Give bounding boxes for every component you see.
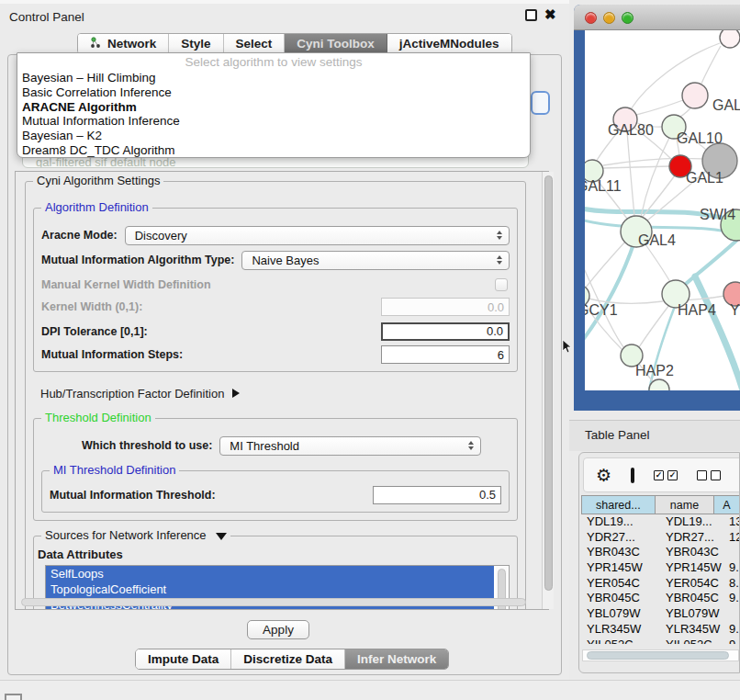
dropdown-item-mutual-information[interactable]: Mutual Information Inference bbox=[17, 114, 530, 129]
node-label: HAP2 bbox=[635, 363, 674, 378]
desktop-bottom-strip bbox=[0, 680, 740, 700]
mi-type-combobox[interactable]: Naive Bayes bbox=[241, 251, 510, 270]
tab-jactivemnodules[interactable]: jActiveMNodules bbox=[387, 34, 511, 53]
table-row[interactable]: YIL052CYIL052C9 bbox=[581, 638, 740, 645]
dropdown-item-bayesian-k2[interactable]: Bayesian – K2 bbox=[17, 129, 530, 143]
dropdown-item-dream8[interactable]: Dream8 DC_TDC Algorithm bbox=[17, 143, 530, 158]
dpi-tolerance-field[interactable]: 0.0 bbox=[381, 322, 510, 341]
mi-threshold-field[interactable]: 0.5 bbox=[373, 486, 501, 504]
mi-steps-label: Mutual Information Steps: bbox=[41, 348, 183, 361]
kernel-width-field[interactable]: 0.0 bbox=[381, 298, 510, 316]
dropdown-item-aracne[interactable]: ARACNE Algorithm bbox=[17, 100, 530, 115]
settings-horizontal-scrollbar[interactable] bbox=[17, 597, 531, 608]
column-header-shared[interactable]: shared... bbox=[581, 495, 656, 514]
table-row[interactable]: YLR345WYLR345W9. bbox=[581, 622, 740, 638]
node-table: shared... name A YDL19...YDL19...13 YDR2… bbox=[581, 495, 740, 644]
mac-close-icon[interactable] bbox=[585, 12, 597, 24]
tab-label: Discretize Data bbox=[243, 652, 332, 666]
tab-label: Network bbox=[107, 37, 156, 51]
edge bbox=[639, 305, 669, 347]
dropdown-item-bayesian-hill-climbing[interactable]: Bayesian – Hill Climbing bbox=[17, 71, 530, 85]
split-columns-icon[interactable] bbox=[631, 468, 634, 483]
settings-vertical-scrollbar[interactable] bbox=[542, 172, 554, 609]
cell: 13 bbox=[723, 514, 740, 530]
node-label: GAL4 bbox=[638, 232, 676, 248]
tab-infer-network[interactable]: Infer Network bbox=[345, 649, 448, 669]
close-window-icon[interactable]: ✖ bbox=[544, 6, 556, 23]
node-label: GAL bbox=[712, 97, 740, 113]
cell: 9. bbox=[723, 622, 740, 638]
mac-zoom-icon[interactable] bbox=[622, 12, 633, 24]
tab-label: Impute Data bbox=[148, 652, 219, 666]
table-header-row: shared... name A bbox=[581, 495, 740, 514]
control-panel-window: Control Panel ✖ Network Style Select Cyn… bbox=[0, 0, 569, 700]
node-label: Y bbox=[730, 302, 740, 318]
settings-scroll-viewport: Cyni Algorithm Settings Algorithm Defini… bbox=[15, 171, 549, 610]
tab-network[interactable]: Network bbox=[78, 34, 169, 53]
cell bbox=[723, 545, 740, 560]
mac-minimize-icon[interactable] bbox=[603, 12, 615, 24]
hub-definition-label: Hub/Transcription Factor Definition bbox=[40, 387, 224, 401]
edge bbox=[603, 166, 669, 168]
cell: 9 bbox=[723, 638, 740, 645]
combo-spinner-icon bbox=[468, 441, 474, 450]
mi-steps-field[interactable]: 6 bbox=[381, 345, 510, 364]
cell: YBL079W bbox=[581, 606, 660, 622]
cell: YER054C bbox=[660, 576, 723, 592]
node-label: HAP4 bbox=[678, 302, 716, 318]
sources-legend[interactable]: Sources for Network Inference bbox=[41, 528, 230, 542]
table-row[interactable]: YBR045CYBR045C9. bbox=[581, 591, 740, 606]
table-row[interactable]: YPR145WYPR145W9. bbox=[581, 560, 740, 576]
list-item[interactable]: TopologicalCoefficient bbox=[46, 581, 494, 597]
collapse-down-icon bbox=[216, 533, 227, 540]
table-row[interactable]: YBR043CYBR043C bbox=[581, 545, 740, 560]
tab-cyni-toolbox[interactable]: Cyni Toolbox bbox=[285, 34, 387, 53]
gear-icon[interactable]: ⚙ bbox=[596, 467, 611, 484]
node-gal-top[interactable] bbox=[682, 83, 708, 108]
network-window-titlebar[interactable] bbox=[574, 5, 740, 30]
select-all-icon[interactable]: ✓ ✓ bbox=[654, 470, 678, 480]
edge bbox=[636, 100, 683, 115]
hub-definition-expander[interactable]: Hub/Transcription Factor Definition bbox=[40, 385, 518, 401]
table-row[interactable]: YBL079WYBL079W bbox=[581, 606, 740, 622]
aracne-mode-combobox[interactable]: Discovery bbox=[125, 226, 510, 245]
table-row[interactable]: YDR27...YDR27...12 bbox=[581, 530, 740, 546]
deselect-all-icon[interactable] bbox=[697, 470, 721, 480]
node[interactable] bbox=[720, 30, 740, 48]
dropdown-item-basic-correlation[interactable]: Basic Correlation Inference bbox=[17, 85, 530, 100]
column-header-name[interactable]: name bbox=[656, 495, 715, 514]
control-panel-title: Control Panel bbox=[9, 10, 84, 24]
network-canvas[interactable]: GAL GAL80 GAL10 GAL1 GAL11 SWI4 GAL4 GCY… bbox=[585, 30, 740, 390]
cell: YDL19... bbox=[581, 514, 660, 530]
minimized-panel-icon[interactable] bbox=[5, 694, 22, 700]
which-threshold-combobox[interactable]: MI Threshold bbox=[219, 436, 481, 456]
cyni-mode-tabbar: Impute Data Discretize Data Infer Networ… bbox=[135, 649, 449, 670]
tab-discretize-data[interactable]: Discretize Data bbox=[231, 649, 345, 669]
table-row[interactable]: YER054CYER054C8. bbox=[581, 576, 740, 592]
node-label: GAL11 bbox=[585, 178, 622, 194]
sources-legend-text: Sources for Network Inference bbox=[45, 528, 207, 542]
network-icon bbox=[90, 37, 102, 51]
cyni-settings-legend: Cyni Algorithm Settings bbox=[33, 174, 163, 187]
cell: YBR043C bbox=[660, 545, 723, 560]
manual-kernel-checkbox[interactable] bbox=[495, 278, 508, 291]
table-row[interactable]: YDL19...YDL19...13 bbox=[581, 514, 740, 530]
cell: YBR045C bbox=[581, 591, 660, 606]
tab-label: Infer Network bbox=[357, 652, 436, 666]
tab-style[interactable]: Style bbox=[169, 34, 223, 53]
threshold-definition-legend: Threshold Definition bbox=[41, 411, 155, 424]
table-horizontal-scrollbar[interactable] bbox=[582, 649, 739, 661]
cell: YBR043C bbox=[581, 545, 660, 560]
tab-label: jActiveMNodules bbox=[399, 37, 499, 51]
tab-select[interactable]: Select bbox=[224, 34, 286, 53]
list-item[interactable]: SelfLoops bbox=[46, 566, 494, 581]
cell: 9. bbox=[723, 560, 740, 576]
apply-button[interactable]: Apply bbox=[247, 620, 309, 639]
tab-impute-data[interactable]: Impute Data bbox=[136, 649, 231, 669]
node-label: GAL10 bbox=[677, 130, 723, 146]
data-attributes-label: Data Attributes bbox=[38, 548, 517, 561]
column-header-clipped[interactable]: A bbox=[714, 495, 740, 514]
cell: YER054C bbox=[581, 576, 660, 592]
float-window-icon[interactable] bbox=[525, 9, 537, 21]
cell: YBL079W bbox=[660, 606, 723, 622]
